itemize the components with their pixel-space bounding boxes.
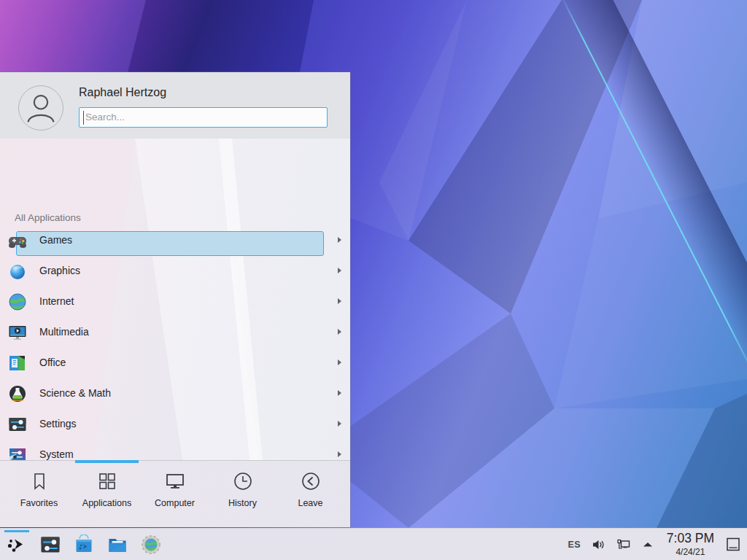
leave-icon	[300, 470, 322, 492]
category-item-games[interactable]: Games	[0, 228, 350, 259]
menu-tab-bar: Favorites Applications	[0, 460, 350, 527]
file-manager-button[interactable]	[101, 529, 134, 560]
application-category-list: All Applications	[0, 139, 350, 460]
clock-icon	[232, 470, 254, 492]
desktop-screen: Raphael Hertzog Search... All Applicatio…	[0, 0, 747, 560]
gamepad-icon	[8, 231, 27, 250]
kali-dragon-icon	[7, 534, 27, 555]
tab-label: Applications	[82, 498, 131, 508]
category-label: Multimedia	[39, 326, 89, 338]
tab-label: Leave	[298, 498, 322, 508]
system-settings-button[interactable]	[34, 529, 67, 560]
keyboard-layout-indicator[interactable]: ES	[563, 529, 586, 560]
category-label: Graphics	[39, 265, 80, 276]
grid-icon	[96, 470, 118, 492]
tab-label: Computer	[155, 498, 195, 508]
globe-icon	[8, 292, 27, 311]
minimize-all-windows-button[interactable]	[724, 535, 743, 554]
user-avatar-icon	[19, 86, 63, 130]
folder-icon	[107, 534, 128, 555]
chevron-up-icon	[640, 537, 655, 552]
category-item-multimedia[interactable]: Multimedia	[0, 320, 350, 351]
menu-header: Raphael Hertzog Search...	[0, 72, 350, 139]
tab-favorites[interactable]: Favorites	[5, 461, 73, 527]
tab-label: History	[228, 498, 257, 508]
globe-gear-icon	[141, 534, 161, 555]
monitor-icon	[164, 470, 186, 492]
category-rows: Games Graphics	[0, 228, 350, 460]
clock-date: 4/24/21	[676, 548, 705, 556]
digital-clock[interactable]: 7:03 PM 4/24/21	[660, 529, 721, 560]
search-input[interactable]: Search...	[79, 107, 328, 128]
tab-history[interactable]: History	[209, 461, 276, 527]
panel-launchers	[0, 529, 168, 560]
speaker-icon	[591, 537, 605, 552]
category-label: Science & Math	[39, 387, 111, 399]
taskbar-panel: ES	[0, 528, 747, 560]
tab-applications[interactable]: Applications	[73, 461, 141, 527]
sliders-icon	[8, 415, 27, 434]
category-label: Internet	[39, 295, 74, 307]
web-browser-button[interactable]	[134, 529, 168, 560]
flask-icon	[8, 384, 27, 403]
category-label: Settings	[39, 418, 77, 429]
application-launcher-button[interactable]	[0, 529, 34, 560]
network-button[interactable]	[611, 529, 635, 560]
category-item-science-math[interactable]: Science & Math	[0, 381, 350, 412]
text-caret	[83, 111, 84, 125]
shopping-bag-icon	[74, 534, 94, 555]
tab-leave[interactable]: Leave	[276, 461, 344, 527]
category-item-graphics[interactable]: Graphics	[0, 259, 350, 289]
avatar[interactable]	[18, 85, 63, 131]
section-label: All Applications	[15, 212, 81, 223]
system-icon	[8, 446, 27, 460]
show-hidden-tray-button[interactable]	[635, 529, 660, 560]
search-placeholder: Search...	[85, 112, 125, 122]
category-item-system[interactable]: System	[0, 443, 350, 460]
category-item-internet[interactable]: Internet	[0, 289, 350, 320]
category-label: System	[39, 448, 74, 460]
user-name: Raphael Hertzog	[79, 86, 166, 99]
category-item-office[interactable]: Office	[0, 351, 350, 381]
active-task-indicator	[4, 530, 29, 532]
volume-button[interactable]	[586, 529, 611, 560]
application-list-scrollbar[interactable]	[338, 234, 342, 460]
software-center-button[interactable]	[67, 529, 101, 560]
document-icon	[8, 354, 27, 373]
application-launcher-menu: Raphael Hertzog Search... All Applicatio…	[0, 72, 350, 527]
system-tray: ES	[563, 529, 743, 560]
bookmark-icon	[28, 470, 50, 492]
keyboard-layout-label: ES	[568, 540, 581, 550]
tab-computer[interactable]: Computer	[141, 461, 209, 527]
category-item-settings[interactable]: Settings	[0, 412, 350, 443]
category-label: Office	[39, 357, 66, 368]
category-label: Games	[39, 234, 72, 246]
monitor-play-icon	[8, 323, 27, 342]
sphere-icon	[8, 262, 27, 281]
clock-time: 7:03 PM	[667, 532, 714, 545]
wired-network-icon	[616, 537, 630, 552]
active-tab-indicator	[75, 460, 139, 463]
sliders-icon	[40, 534, 61, 555]
tab-label: Favorites	[20, 498, 58, 508]
